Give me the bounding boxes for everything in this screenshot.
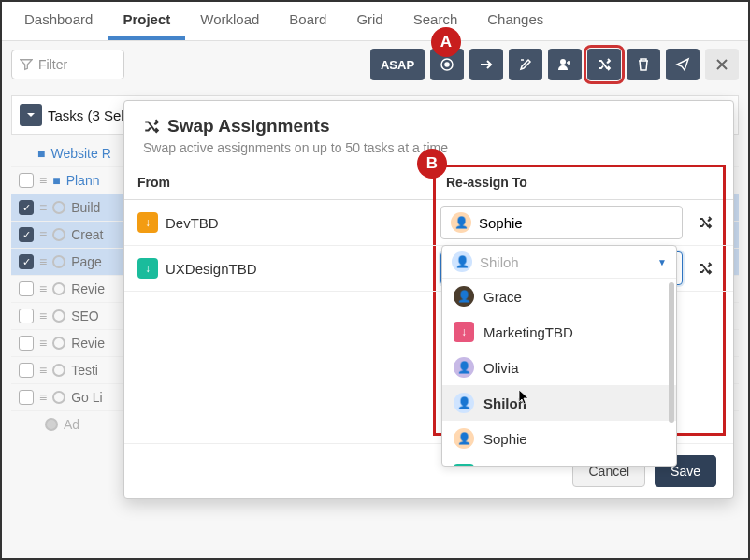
scrollbar[interactable]: [669, 282, 674, 423]
avatar-icon: 👤: [454, 357, 474, 378]
dropdown-option[interactable]: 👤Grace: [442, 279, 676, 314]
option-label: MarketingTBD: [483, 324, 573, 340]
role-badge-icon: ↓: [454, 322, 474, 342]
annotation-marker-a: A: [431, 27, 461, 57]
shuffle-icon: [143, 118, 160, 135]
annotation-marker-b: B: [417, 149, 447, 179]
avatar-icon: 👤: [451, 212, 471, 233]
swap-assignments-modal: Swap Assignments Swap active assignments…: [123, 100, 734, 499]
avatar-icon: 👤: [454, 286, 474, 307]
option-label: Shiloh: [483, 395, 526, 411]
col-to-header: Re-assign To: [433, 165, 733, 199]
from-cell: ↓DevTBD: [124, 205, 433, 240]
to-cell: 👤Sophie: [433, 200, 733, 245]
modal-title: Swap Assignments: [143, 116, 714, 136]
shuffle-icon[interactable]: [690, 208, 720, 237]
option-label: Olivia: [483, 360, 519, 376]
option-label: Grace: [483, 289, 522, 305]
col-from-header: From: [124, 165, 433, 199]
from-label: DevTBD: [166, 215, 219, 231]
dropdown-option[interactable]: 👤Olivia: [442, 350, 676, 385]
dropdown-option[interactable]: 👤Shiloh: [442, 385, 676, 421]
avatar-icon: 👤: [454, 428, 474, 449]
dropdown-search[interactable]: 👤 Shiloh ▼: [442, 246, 676, 279]
avatar-icon: 👤: [454, 393, 474, 413]
swap-row: ↓DevTBD👤Sophie: [124, 200, 733, 246]
from-label: UXDesignTBD: [166, 261, 257, 277]
role-badge-icon: ↓: [137, 212, 158, 233]
assignee-name: Sophie: [479, 215, 523, 231]
caret-down-icon: ▼: [657, 257, 667, 267]
dropdown-option[interactable]: ↓MarketingTBD: [442, 314, 676, 350]
shuffle-icon[interactable]: [690, 253, 720, 283]
role-badge-icon: ↓: [137, 258, 158, 279]
avatar-icon: 👤: [452, 251, 472, 272]
option-label: Sophie: [483, 431, 527, 447]
assignee-select[interactable]: 👤Sophie: [440, 206, 683, 239]
assignee-dropdown: 👤 Shiloh ▼ 👤Grace↓MarketingTBD👤Olivia👤Sh…: [441, 245, 677, 467]
role-badge-icon: ↓: [454, 464, 474, 466]
dropdown-option[interactable]: ↓UXDesignTBD: [442, 456, 676, 466]
dropdown-option[interactable]: 👤Sophie: [442, 421, 676, 456]
from-cell: ↓UXDesignTBD: [124, 251, 433, 286]
